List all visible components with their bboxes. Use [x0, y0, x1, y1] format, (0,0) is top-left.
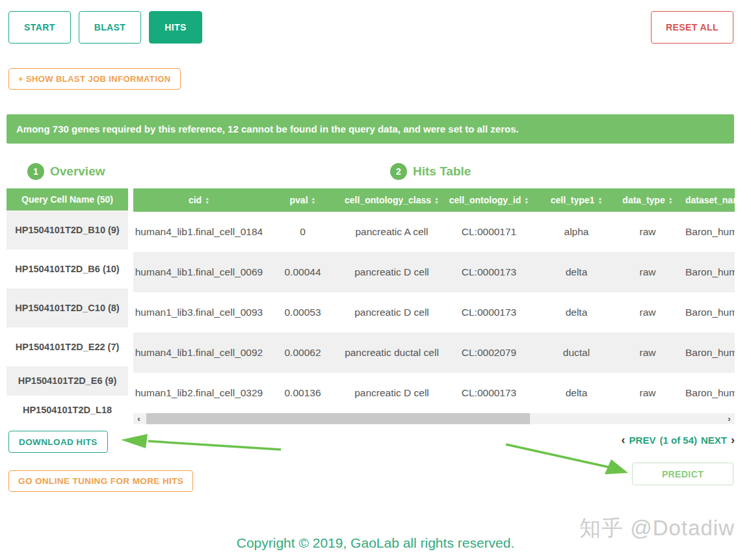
- hits-row: human4_lib1.final_cell_00920.00062pancre…: [133, 333, 735, 373]
- chevron-right-icon[interactable]: ›: [731, 434, 735, 446]
- cell-pval: 0.00053: [265, 292, 341, 333]
- column-label: cell_type1: [551, 195, 595, 205]
- cell-data_type: raw: [618, 373, 678, 413]
- cell-pval: 0.00062: [265, 333, 341, 373]
- pagination: ‹ PREV (1 of 54) NEXT ›: [622, 434, 735, 446]
- cell-cid: human4_lib1.final_cell_0184: [133, 212, 265, 252]
- query-cell-row[interactable]: HP1504101T2D_B6 (10): [7, 249, 128, 288]
- cell-cell_type1: ductal: [535, 333, 618, 373]
- cell-data_type: raw: [618, 333, 678, 373]
- section-header-hits-table: 2 Hits Table: [390, 163, 471, 180]
- cell-cell_ontology_id: CL:0000171: [443, 212, 535, 252]
- cell-cid: human1_lib2.final_cell_0329: [133, 373, 265, 413]
- cell-cell_ontology_id: CL:0000173: [443, 373, 535, 413]
- cell-cell_ontology_class: pancreatic D cell: [341, 373, 443, 413]
- tab-hits[interactable]: HITS: [149, 11, 202, 44]
- column-header-cell_type1[interactable]: cell_type1▲▼: [535, 188, 618, 212]
- hits-header-row: cid▲▼pval▲▼cell_ontology_class▲▼cell_ont…: [133, 188, 735, 212]
- page-status: (1 of 54): [659, 435, 697, 446]
- show-blast-job-information-button[interactable]: + SHOW BLAST JOB INFORMATION: [8, 68, 181, 90]
- hits-table-scroll-area: cid▲▼pval▲▼cell_ontology_class▲▼cell_ont…: [133, 188, 735, 413]
- column-header-pval[interactable]: pval▲▼: [265, 188, 341, 212]
- overview-rows: HP1504101T2D_B10 (9)HP1504101T2D_B6 (10)…: [7, 210, 128, 421]
- cell-data_type: raw: [618, 252, 678, 292]
- cell-blast-hits-page: STARTBLASTHITS RESET ALL + SHOW BLAST JO…: [0, 0, 751, 560]
- cell-cell_ontology_id: CL:0000173: [443, 292, 535, 333]
- sort-icon: ▲▼: [668, 197, 673, 205]
- download-hits-button[interactable]: DOWNLOAD HITS: [8, 431, 108, 453]
- scrollbar-track[interactable]: [144, 413, 724, 424]
- predict-button[interactable]: PREDICT: [632, 463, 733, 485]
- cell-cid: human4_lib1.final_cell_0069: [133, 252, 265, 292]
- scrollbar-thumb[interactable]: [146, 413, 530, 424]
- column-label: dataset_name: [685, 195, 735, 205]
- query-cell-row[interactable]: HP1504101T2D_L18: [7, 396, 128, 421]
- tab-blast[interactable]: BLAST: [79, 11, 142, 44]
- cell-dataset_name: Baron_human: [678, 212, 735, 252]
- sort-icon: ▲▼: [598, 197, 602, 205]
- cell-cell_ontology_class: pancreatic A cell: [341, 212, 443, 252]
- cell-dataset_name: Baron_human: [678, 373, 735, 413]
- cell-cell_ontology_id: CL:0002079: [443, 333, 535, 373]
- scroll-right-icon[interactable]: ›: [724, 413, 735, 424]
- query-cell-row[interactable]: HP1504101T2D_E22 (7): [7, 327, 128, 366]
- section-header-overview: 1 Overview: [27, 163, 105, 180]
- cell-cell_ontology_class: pancreatic D cell: [341, 252, 443, 292]
- sort-icon: ▲▼: [524, 197, 529, 205]
- cell-dataset_name: Baron_human: [678, 292, 735, 333]
- overview-panel: Query Cell Name (50) HP1504101T2D_B10 (9…: [7, 188, 128, 421]
- cell-data_type: raw: [618, 292, 678, 333]
- column-header-cid[interactable]: cid▲▼: [133, 188, 265, 212]
- watermark-text: 知乎 @Dotadiw: [579, 514, 735, 543]
- hits-row: human4_lib1.final_cell_01840pancreatic A…: [133, 212, 735, 252]
- cell-pval: 0.00044: [265, 252, 341, 292]
- query-cell-row[interactable]: HP1504101T2D_B10 (9): [7, 210, 128, 249]
- cell-pval: 0: [265, 212, 341, 252]
- column-header-cell_ontology_id[interactable]: cell_ontology_id▲▼: [443, 188, 535, 212]
- horizontal-scrollbar: ‹ ›: [133, 413, 735, 424]
- alert-text: Among 730 genes required by this referen…: [16, 123, 519, 134]
- cell-dataset_name: Baron_human: [678, 252, 735, 292]
- cell-cell_ontology_class: pancreatic ductal cell: [341, 333, 443, 373]
- query-cell-row[interactable]: HP1504101T2D_C10 (8): [7, 288, 128, 327]
- column-label: cell_ontology_id: [449, 195, 521, 205]
- hits-row: human4_lib1.final_cell_00690.00044pancre…: [133, 252, 735, 292]
- prev-button[interactable]: PREV: [629, 435, 656, 446]
- reset-all-button[interactable]: RESET ALL: [651, 11, 733, 44]
- cell-dataset_name: Baron_human: [678, 333, 735, 373]
- cell-cid: human1_lib3.final_cell_0093: [133, 292, 265, 333]
- column-header-cell_ontology_class[interactable]: cell_ontology_class▲▼: [341, 188, 443, 212]
- query-cell-name-header: Query Cell Name (50): [7, 188, 128, 210]
- next-button[interactable]: NEXT: [701, 435, 727, 446]
- sort-icon: ▲▼: [434, 197, 439, 205]
- cell-cell_type1: alpha: [535, 212, 618, 252]
- cell-cell_ontology_id: CL:0000173: [443, 252, 535, 292]
- scroll-left-icon[interactable]: ‹: [133, 413, 144, 424]
- sort-icon: ▲▼: [311, 197, 316, 205]
- green-arrow-to-download-icon: [118, 431, 282, 453]
- hits-table: cid▲▼pval▲▼cell_ontology_class▲▼cell_ont…: [133, 188, 735, 413]
- step-1-badge: 1: [27, 163, 44, 180]
- hits-row: human1_lib3.final_cell_00930.00053pancre…: [133, 292, 735, 333]
- column-label: cid: [189, 195, 202, 205]
- section-title: Hits Table: [413, 164, 471, 179]
- cell-data_type: raw: [618, 212, 678, 252]
- hits-table-panel: cid▲▼pval▲▼cell_ontology_class▲▼cell_ont…: [133, 188, 735, 424]
- sort-icon: ▲▼: [205, 197, 209, 205]
- column-header-data_type[interactable]: data_type▲▼: [618, 188, 678, 212]
- cell-cid: human4_lib1.final_cell_0092: [133, 333, 265, 373]
- tab-start[interactable]: START: [8, 11, 71, 44]
- section-title: Overview: [50, 164, 105, 179]
- query-cell-row[interactable]: HP1504101T2D_E6 (9): [7, 366, 128, 396]
- nav-tabs: STARTBLASTHITS: [8, 11, 202, 44]
- cell-pval: 0.00136: [265, 373, 341, 413]
- cell-cell_ontology_class: pancreatic D cell: [341, 292, 443, 333]
- green-arrow-to-predict-icon: [501, 439, 631, 477]
- cell-cell_type1: delta: [535, 373, 618, 413]
- step-2-badge: 2: [390, 163, 407, 180]
- hits-body: human4_lib1.final_cell_01840pancreatic A…: [133, 212, 735, 413]
- hits-row: human1_lib2.final_cell_03290.00136pancre…: [133, 373, 735, 413]
- column-header-dataset_name[interactable]: dataset_name▲▼: [678, 188, 735, 212]
- cell-cell_type1: delta: [535, 252, 618, 292]
- go-online-tuning-button[interactable]: GO ONLINE TUNING FOR MORE HITS: [8, 470, 193, 492]
